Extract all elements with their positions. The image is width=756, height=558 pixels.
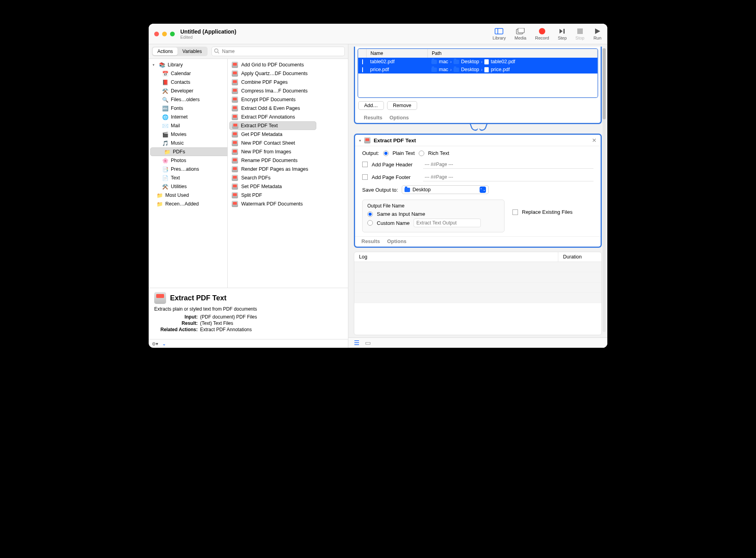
action-item[interactable]: Add Grid to PDF Documents xyxy=(228,60,348,69)
actions-list[interactable]: Add Grid to PDF DocumentsApply Quartz…DF… xyxy=(228,59,348,288)
action-icon xyxy=(232,175,238,181)
header-field[interactable] xyxy=(423,160,593,169)
left-top-bar: Actions Variables xyxy=(149,44,348,59)
get-files-action[interactable]: Name Path table02.pdf mac › Desktop › ta… xyxy=(354,47,602,124)
action-item[interactable]: Set PDF Metadata xyxy=(228,182,348,191)
tree-item[interactable]: ⚒️Utilities xyxy=(149,182,227,191)
tree-item[interactable]: 🔤Fonts xyxy=(149,104,227,113)
action-item[interactable]: Split PDF xyxy=(228,191,348,200)
tree-item[interactable]: 📁Most Used xyxy=(149,191,227,200)
options-menu-icon[interactable]: ⊜▾ xyxy=(152,341,158,347)
chevron-updown-icon: ⌃⌄ xyxy=(480,187,486,193)
outline-view-icon[interactable]: ▭ xyxy=(365,339,371,347)
tab-results[interactable]: Results xyxy=(361,238,380,244)
step-button[interactable]: Step xyxy=(558,28,567,40)
tree-item[interactable]: 🔍Files…olders xyxy=(149,95,227,104)
extract-pdf-text-action[interactable]: ▾ Extract PDF Text ✕ Output: Plain Text … xyxy=(354,134,602,248)
automator-window: Untitled (Application) Edited Library Me… xyxy=(149,24,607,348)
record-button[interactable]: Record xyxy=(535,28,549,40)
window-controls xyxy=(154,32,175,36)
tree-item[interactable]: 📑Pres…ations xyxy=(149,165,227,173)
zoom-window-button[interactable] xyxy=(170,32,175,36)
workflow-panel: Name Path table02.pdf mac › Desktop › ta… xyxy=(348,44,607,348)
library-tree[interactable]: ▾📚Library📅Calendar📕Contacts⚒️Developer🔍F… xyxy=(149,59,228,288)
tree-item[interactable]: ✉️Mail xyxy=(149,121,227,130)
table-row[interactable]: price.pdf mac › Desktop › price.pdf xyxy=(358,66,597,74)
tree-item[interactable]: 🎬Movies xyxy=(149,130,227,139)
col-duration[interactable]: Duration xyxy=(558,252,601,262)
action-item[interactable]: New PDF from Images xyxy=(228,147,348,156)
toolbar-label: Step xyxy=(558,36,567,40)
stop-button[interactable]: Stop xyxy=(575,28,584,40)
action-icon xyxy=(232,70,238,77)
footer-field[interactable] xyxy=(423,173,593,181)
action-item[interactable]: Extract PDF Text xyxy=(229,121,316,130)
add-button[interactable]: Add… xyxy=(358,101,384,110)
list-view-icon[interactable]: ☰ xyxy=(354,339,359,347)
library-button[interactable]: Library xyxy=(493,28,506,40)
tab-results[interactable]: Results xyxy=(364,115,382,121)
action-item[interactable]: Render PDF Pages as Images xyxy=(228,165,348,173)
action-icon xyxy=(232,192,238,198)
action-icon xyxy=(232,166,238,172)
file-table[interactable]: Name Path table02.pdf mac › Desktop › ta… xyxy=(357,48,598,98)
search-field[interactable] xyxy=(212,47,345,56)
action-title: Extract PDF Text xyxy=(374,138,416,143)
custom-name-field[interactable] xyxy=(414,219,481,227)
tree-item[interactable]: 📁PDFs xyxy=(150,147,228,156)
actions-variables-segment[interactable]: Actions Variables xyxy=(152,47,208,56)
action-icon xyxy=(232,123,238,129)
action-item[interactable]: New PDF Contact Sheet xyxy=(228,139,348,147)
action-item[interactable]: Search PDFs xyxy=(228,173,348,182)
action-item[interactable]: Rename PDF Documents xyxy=(228,156,348,165)
col-name[interactable]: Name xyxy=(367,49,428,58)
minimize-window-button[interactable] xyxy=(162,32,167,36)
run-button[interactable]: Run xyxy=(593,28,602,40)
action-item[interactable]: Apply Quartz…DF Documents xyxy=(228,69,348,78)
table-row[interactable]: table02.pdf mac › Desktop › table02.pdf xyxy=(358,58,597,66)
action-item[interactable]: Get PDF Metadata xyxy=(228,130,348,139)
col-log[interactable]: Log xyxy=(354,252,558,262)
toolbar-label: Stop xyxy=(575,36,584,40)
action-item[interactable]: Watermark PDF Documents xyxy=(228,200,348,208)
tree-item[interactable]: 📕Contacts xyxy=(149,78,227,87)
col-path[interactable]: Path xyxy=(428,49,597,58)
disclosure-icon[interactable]: ▾ xyxy=(359,138,361,143)
tab-actions[interactable]: Actions xyxy=(153,47,178,55)
action-item[interactable]: Combine PDF Pages xyxy=(228,78,348,87)
action-info-panel: Extract PDF Text Extracts plain or style… xyxy=(149,288,348,339)
tree-item[interactable]: 🎵Music xyxy=(149,139,227,147)
toolbar-label: Library xyxy=(493,36,506,40)
tab-options[interactable]: Options xyxy=(387,238,406,244)
add-footer-checkbox[interactable] xyxy=(362,174,368,180)
same-name-radio[interactable] xyxy=(367,211,373,217)
close-icon[interactable]: ✕ xyxy=(592,137,597,143)
action-item[interactable]: Compress Ima…F Documents xyxy=(228,87,348,95)
action-item[interactable]: Extract Odd & Even Pages xyxy=(228,104,348,113)
tree-item[interactable]: ⚒️Developer xyxy=(149,87,227,95)
add-header-checkbox[interactable] xyxy=(362,162,368,167)
media-button[interactable]: Media xyxy=(514,28,526,40)
custom-name-radio[interactable] xyxy=(367,220,373,226)
action-item[interactable]: Encrypt PDF Documents xyxy=(228,95,348,104)
remove-button[interactable]: Remove xyxy=(387,101,418,110)
search-input[interactable] xyxy=(212,47,345,56)
tree-item[interactable]: 📄Text xyxy=(149,173,227,182)
tab-options[interactable]: Options xyxy=(389,115,409,121)
rich-text-radio[interactable] xyxy=(419,151,424,156)
scrollbar[interactable] xyxy=(603,48,606,332)
save-output-select[interactable]: Desktop ⌃⌄ xyxy=(402,185,489,194)
plain-text-radio[interactable] xyxy=(383,151,389,156)
tree-item[interactable]: 📁Recen…Added xyxy=(149,200,227,208)
action-connector xyxy=(354,124,602,131)
tree-item[interactable]: 🌸Photos xyxy=(149,156,227,165)
favorite-icon[interactable]: ⌄ xyxy=(162,341,166,347)
tab-variables[interactable]: Variables xyxy=(178,47,206,55)
action-item[interactable]: Extract PDF Annotations xyxy=(228,113,348,121)
toolbar: Library Media Record Step Stop Run xyxy=(493,28,602,40)
tree-root[interactable]: ▾📚Library xyxy=(149,60,227,69)
tree-item[interactable]: 🌐Internet xyxy=(149,113,227,121)
close-window-button[interactable] xyxy=(154,32,159,36)
tree-item[interactable]: 📅Calendar xyxy=(149,69,227,78)
replace-files-checkbox[interactable] xyxy=(512,209,518,215)
